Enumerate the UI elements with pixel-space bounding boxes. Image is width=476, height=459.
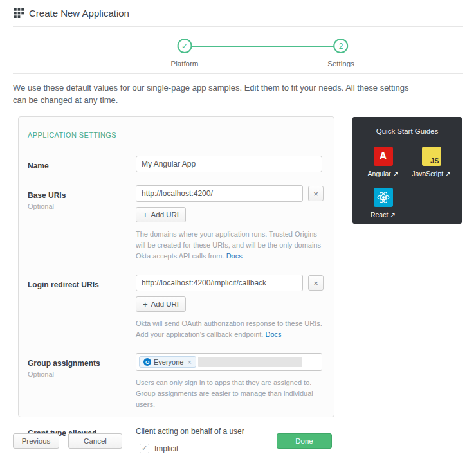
react-guide-label: React ↗ [371, 211, 396, 219]
plus-icon: + [143, 210, 148, 220]
base-uris-row: Base URIs Optional × + Add URI The domai… [28, 185, 325, 262]
stepper: ✓ Platform 2 Settings [0, 35, 476, 71]
base-uris-label-col: Base URIs Optional [28, 185, 136, 262]
base-uris-optional: Optional [28, 203, 136, 210]
create-app-wizard: Create New Application ✓ Platform 2 Sett… [0, 0, 476, 459]
name-label: Name [28, 161, 49, 170]
base-uris-docs-link[interactable]: Docs [226, 252, 243, 260]
login-redirect-uri-input[interactable] [136, 274, 303, 291]
footer: Previous Cancel Done [13, 433, 463, 451]
angular-guide-label: Angular ↗ [368, 170, 399, 177]
check-icon: ✓ [181, 42, 188, 51]
javascript-icon: JS [422, 147, 441, 166]
apps-icon [14, 8, 24, 18]
quick-start-title: Quick Start Guides [359, 127, 455, 135]
group-chip-label: Everyone [154, 358, 183, 366]
group-assignments-input[interactable]: O Everyone × [136, 353, 322, 371]
okta-icon: O [143, 358, 151, 366]
group-input-highlight [198, 357, 302, 367]
angular-badge: A [380, 150, 387, 162]
login-redirect-label-col: Login redirect URIs [28, 274, 136, 340]
remove-group-chip-icon[interactable]: × [187, 358, 191, 366]
name-label-col: Name [28, 156, 136, 172]
base-uri-input[interactable] [136, 185, 303, 202]
name-input[interactable] [136, 156, 322, 172]
base-uris-help: The domains where your application runs.… [136, 229, 327, 262]
group-assignments-optional: Optional [28, 370, 136, 378]
react-icon [374, 188, 393, 207]
group-assignments-row: Group assignments Optional O Everyone × … [28, 353, 325, 410]
header-divider [13, 26, 463, 27]
intro-text: We use these default values for our sing… [13, 82, 418, 107]
stepper-divider [13, 73, 463, 74]
login-redirect-uris-help: Okta will send OAuth authorization respo… [136, 318, 327, 340]
close-icon: × [313, 278, 318, 288]
step-settings-circle[interactable]: 2 [334, 39, 349, 53]
step-settings-label: Settings [327, 60, 354, 68]
previous-button[interactable]: Previous [13, 433, 59, 449]
angular-guide-link[interactable]: A Angular ↗ [359, 147, 407, 177]
step-number: 2 [339, 42, 343, 51]
stepper-connector [192, 46, 334, 47]
add-login-redirect-uri-label: Add URI [151, 300, 179, 308]
login-redirect-uris-row: Login redirect URIs × + Add URI Okta wil… [28, 274, 325, 340]
step-platform-label: Platform [171, 60, 199, 68]
add-login-redirect-uri-button[interactable]: + Add URI [136, 296, 186, 312]
quick-start-guides: A Angular ↗ JS JavaScript ↗ [359, 147, 455, 219]
section-title: APPLICATION SETTINGS [28, 131, 325, 139]
javascript-guide-link[interactable]: JS JavaScript ↗ [407, 147, 455, 177]
remove-login-redirect-uri-button[interactable]: × [308, 275, 324, 291]
done-button[interactable]: Done [277, 433, 332, 449]
login-redirect-help-text: Okta will send OAuth authorization respo… [136, 320, 322, 338]
plus-icon: + [143, 300, 148, 309]
group-assignments-label: Group assignments [28, 359, 100, 368]
cancel-button[interactable]: Cancel [68, 433, 122, 449]
login-redirect-uris-label: Login redirect URIs [28, 280, 99, 289]
javascript-badge: JS [430, 157, 439, 165]
remove-base-uri-button[interactable]: × [308, 186, 324, 201]
step-platform-circle[interactable]: ✓ [177, 39, 192, 53]
base-uri-line: × [136, 185, 327, 202]
step-settings: 2 Settings [327, 35, 354, 68]
header: Create New Application [14, 8, 129, 19]
base-uris-label: Base URIs [28, 191, 66, 200]
application-settings-card: APPLICATION SETTINGS Name Base URIs Opti… [18, 116, 334, 417]
javascript-guide-label: JavaScript ↗ [412, 170, 451, 177]
close-icon: × [313, 189, 318, 199]
name-row: Name [28, 156, 325, 172]
page-title: Create New Application [29, 8, 129, 19]
group-assignments-label-col: Group assignments Optional [28, 353, 136, 410]
quick-start-card: Quick Start Guides A Angular ↗ JS JavaSc… [352, 117, 462, 224]
add-base-uri-button[interactable]: + Add URI [136, 207, 186, 222]
login-redirect-docs-link[interactable]: Docs [265, 330, 281, 338]
group-assignments-help: Users can only sign in to apps that they… [136, 377, 327, 410]
footer-divider [13, 426, 463, 426]
login-redirect-uri-line: × [136, 274, 327, 291]
group-chip-everyone: O Everyone × [139, 356, 196, 368]
angular-icon: A [374, 147, 393, 166]
react-guide-link[interactable]: React ↗ [359, 188, 407, 219]
step-platform: ✓ Platform [171, 35, 199, 68]
add-base-uri-label: Add URI [151, 211, 179, 219]
